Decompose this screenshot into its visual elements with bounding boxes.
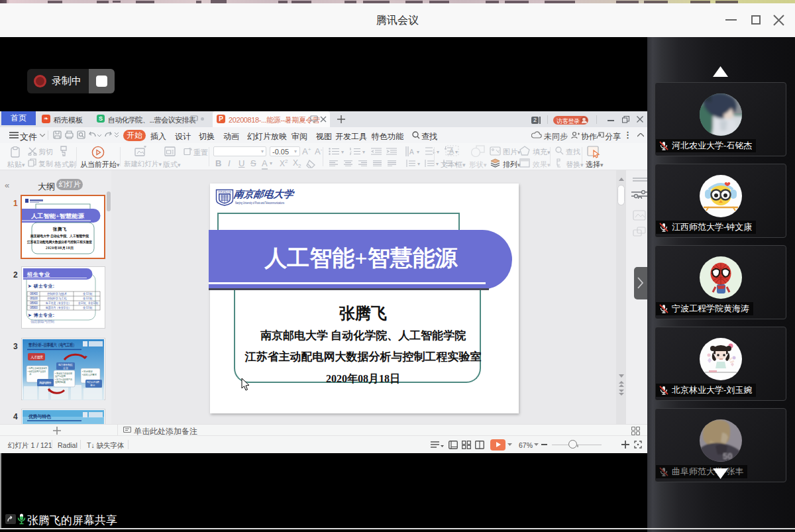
svg-text:2020年08月18日: 2020年08月18日 (46, 246, 74, 250)
svg-text:能源动力（专业学位）: 能源动力（专业学位） (46, 305, 71, 309)
svg-text:电子信息（专业学位）: 电子信息（专业学位） (46, 301, 71, 305)
svg-text:应用的拓展: 应用的拓展 (55, 380, 66, 384)
svg-text:江苏省主动配电网大数据分析与控制工程实验室: 江苏省主动配电网大数据分析与控制工程实验室 (26, 240, 93, 244)
svg-text:全日制: 全日制 (83, 297, 93, 300)
svg-text:高端能源装备: 高端能源装备 (39, 381, 52, 384)
svg-text:生产与应用: 生产与应用 (55, 374, 66, 378)
svg-text:控制科学与技术: 控制科学与技术 (46, 292, 67, 295)
svg-text:需求分析--旧事概六（电气工程）: 需求分析--旧事概六（电气工程） (28, 342, 76, 348)
svg-text:085400: 085400 (30, 301, 38, 305)
svg-text:➤ 硕士专业:: ➤ 硕士专业: (28, 284, 54, 289)
svg-text:▪ 电网企业运维检修监控: ▪ 电网企业运维检修监控 (28, 366, 47, 370)
svg-text:全日制、非全日制: 全日制、非全日制 (78, 301, 98, 305)
svg-text:术: 术 (29, 373, 32, 376)
svg-text:人工智能+智慧能源: 人工智能+智慧能源 (30, 213, 85, 219)
svg-text:张腾飞: 张腾飞 (53, 227, 68, 232)
svg-text:➤ 博士专业:: ➤ 博士专业: (28, 313, 54, 318)
svg-text:080400: 080400 (30, 292, 38, 295)
svg-text:▪ 技术研发: ▪ 技术研发 (82, 370, 93, 373)
svg-text:▪ 科技人才需求: ▪ 科技人才需求 (82, 373, 97, 376)
svg-text:企业: 企业 (63, 366, 68, 370)
svg-text:Nanjing University of Posts an: Nanjing University of Posts and Telecomm… (235, 201, 285, 205)
svg-text:控制科学与工程: 控制科学与工程 (46, 296, 67, 300)
svg-text:A: A (409, 148, 414, 156)
svg-text:电力人才培养: 电力人才培养 (87, 380, 99, 384)
svg-text:招生专业: 招生专业 (26, 272, 50, 278)
svg-text:全日制: 全日制 (83, 306, 93, 309)
svg-text:085800: 085800 (30, 306, 38, 309)
svg-text:优势与特色: 优势与特色 (28, 414, 52, 419)
svg-text:A: A (449, 147, 454, 155)
svg-text:南京邮电大学: 南京邮电大学 (218, 190, 231, 193)
svg-text:信息获取与控制: 信息获取与控制 (30, 319, 55, 324)
svg-text:081100: 081100 (30, 297, 38, 300)
svg-text:50: 50 (723, 451, 732, 461)
svg-text:需求: 需求 (90, 384, 95, 387)
svg-text:南京邮电大学 自动化学院、人工智能学院: 南京邮电大学 自动化学院、人工智能学院 (30, 234, 89, 239)
svg-text:人才需求: 人才需求 (30, 355, 44, 359)
svg-text:全日制: 全日制 (83, 292, 93, 295)
